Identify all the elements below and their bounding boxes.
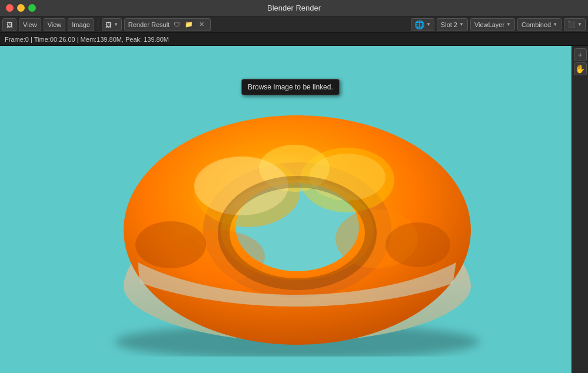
globe-icon: 🌐: [414, 20, 424, 29]
image-menu-label: Image: [72, 21, 90, 28]
dark-patch-1: [135, 221, 206, 268]
scene-chevron: ▼: [426, 22, 431, 27]
status-bar: Frame:0 | Time:00:26.00 | Mem:139.80M, P…: [0, 33, 588, 46]
render-area: Browse Image to be linked. + ✋: [0, 46, 588, 373]
editor-type-button[interactable]: 🖼: [2, 18, 16, 31]
slot-label: Slot 2: [441, 21, 457, 28]
render-result-label: Render Result: [128, 21, 170, 28]
zoom-in-button[interactable]: +: [574, 48, 587, 61]
close-button[interactable]: [6, 4, 14, 12]
browse-chevron: ▼: [114, 22, 118, 27]
plus-icon: +: [577, 50, 582, 59]
side-tools-panel: + ✋: [572, 46, 588, 373]
render-result-box: Render Result 🛡 📁 ✕: [124, 18, 211, 31]
view-menu-label: View: [23, 21, 37, 28]
main-toolbar: 🖼 View View Image 🖼 ▼ Render Result 🛡 📁 …: [0, 16, 588, 33]
window-controls: [6, 4, 36, 12]
pan-tool-button[interactable]: ✋: [574, 62, 587, 75]
donut-svg: [71, 62, 518, 357]
right-toolbar: 🌐 ▼ Slot 2 ▼ ViewLayer ▼ Combined ▼ ⬛ ▼: [411, 18, 586, 31]
fullscreen-chevron: ▼: [577, 22, 582, 27]
fake-user-button[interactable]: 🛡: [171, 19, 182, 30]
image-browse-button[interactable]: 🖼 ▼: [102, 18, 122, 31]
view2-menu-label: View: [48, 21, 62, 28]
image-editor-icon: 🖼: [6, 21, 13, 28]
close-render-button[interactable]: ✕: [196, 19, 207, 30]
maximize-button[interactable]: [28, 4, 36, 12]
browse-tooltip: Browse Image to be linked.: [241, 79, 340, 95]
slot-selector-button[interactable]: Slot 2 ▼: [437, 18, 468, 31]
title-bar: Blender Render: [0, 0, 588, 16]
tooltip-text: Browse Image to be linked.: [248, 83, 333, 91]
combined-label: Combined: [521, 21, 551, 28]
status-text: Frame:0 | Time:00:26.00 | Mem:139.80M, P…: [5, 36, 169, 43]
image-browse-icon: 🖼: [105, 21, 112, 28]
hand-icon: ✋: [575, 64, 585, 74]
window-title: Blender Render: [267, 4, 321, 12]
combined-button[interactable]: Combined ▼: [517, 18, 562, 31]
view-layer-label: ViewLayer: [474, 21, 504, 28]
dark-patch-2: [386, 222, 450, 267]
save-render-button[interactable]: 📁: [184, 19, 194, 30]
view-layer-button[interactable]: ViewLayer ▼: [470, 18, 515, 31]
view-layer-chevron: ▼: [506, 22, 511, 27]
image-menu-button[interactable]: Image: [68, 18, 94, 31]
view-menu-button[interactable]: View: [19, 18, 41, 31]
view2-menu-button[interactable]: View: [44, 18, 66, 31]
minimize-button[interactable]: [17, 4, 25, 12]
fullscreen-icon: ⬛: [567, 21, 576, 28]
toolbar-separator-1: [98, 19, 98, 30]
scene-selector-button[interactable]: 🌐 ▼: [411, 18, 434, 31]
combined-chevron: ▼: [553, 22, 557, 27]
slot-chevron: ▼: [459, 22, 464, 27]
fullscreen-button[interactable]: ⬛ ▼: [564, 18, 586, 31]
